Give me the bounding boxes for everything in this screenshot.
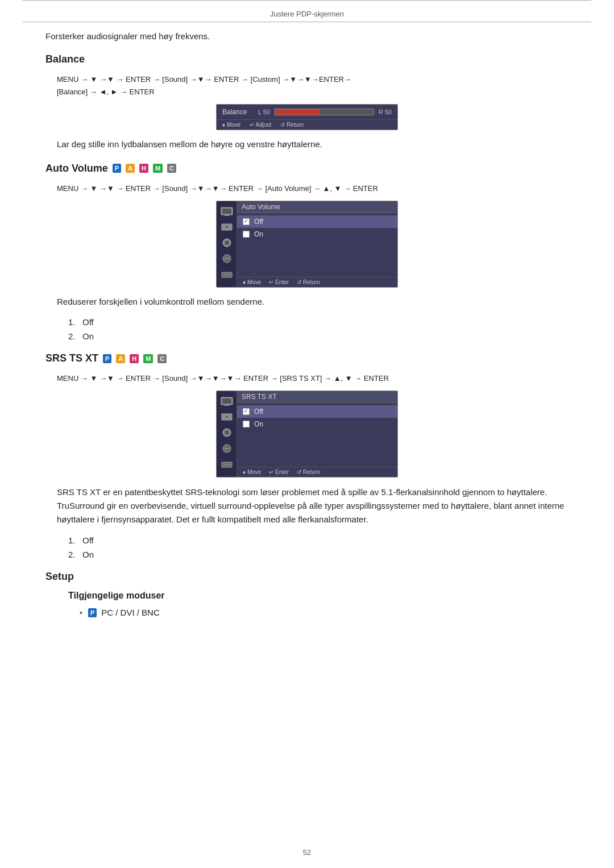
balance-ui-label: Balance	[222, 108, 254, 116]
auto-volume-list: 1. Off 2. On	[68, 317, 569, 341]
setup-bullet-text: PC / DVI / BNC	[101, 608, 160, 617]
setup-section: Setup Tilgjengelige moduser • P PC / DVI…	[45, 571, 569, 617]
auto-volume-sidebar	[217, 201, 237, 287]
auto-volume-item-2: 2. On	[68, 331, 569, 341]
auto-volume-off-checkbox	[243, 218, 250, 225]
badge-m-srs: M	[143, 354, 153, 363]
content-area: Forsterker audiosignaler med høy frekven…	[45, 31, 569, 617]
balance-title: Balance	[45, 53, 85, 65]
badge-a-auto: A	[126, 164, 135, 173]
srs-item-2: 2. On	[68, 550, 569, 559]
srs-off-checkbox	[243, 408, 250, 415]
auto-volume-main: Auto Volume Off On ♦ Mo	[237, 201, 397, 287]
header-title: Justere PDP-skjermen	[23, 10, 591, 22]
auto-volume-on-label: On	[254, 230, 263, 238]
settings-icon	[221, 222, 233, 232]
balance-footer-return: ↺ Return	[280, 122, 304, 128]
svg-point-6	[225, 240, 229, 245]
badge-c-srs: C	[157, 354, 167, 363]
av-footer-move: ♦ Move	[243, 279, 261, 285]
balance-section: Balance MENU → ▼ →▼ → ENTER → [Sound] →▼…	[45, 53, 569, 151]
rect-icon-auto	[221, 269, 233, 280]
srs-on-row: On	[237, 418, 397, 430]
balance-menu-path: MENU → ▼ →▼ → ENTER → [Sound] →▼→ ENTER …	[57, 73, 569, 98]
auto-volume-on-checkbox	[243, 231, 250, 238]
badge-p-auto: P	[113, 164, 121, 173]
balance-r-label: R 50	[379, 109, 392, 115]
balance-bar-fill	[275, 109, 320, 115]
auto-volume-footer: ♦ Move ↵ Enter ↺ Return	[237, 277, 397, 287]
srs-title-bar: SRS TS XT	[237, 391, 397, 403]
circle-icon2	[221, 254, 233, 264]
srs-settings-icon	[221, 412, 233, 422]
srs-on-label: On	[254, 420, 263, 428]
balance-heading: Balance	[45, 53, 569, 65]
srs-sidebar	[217, 391, 237, 477]
srs-rect-icon	[221, 459, 233, 470]
srs-footer: ♦ Move ↵ Enter ↺ Return	[237, 467, 397, 477]
srs-footer-return: ↺ Return	[297, 469, 320, 475]
svg-rect-2	[222, 209, 231, 214]
srs-on-checkbox	[243, 421, 250, 427]
srs-main: SRS TS XT Off On ♦ Move	[237, 391, 397, 477]
svg-rect-1	[225, 215, 229, 216]
srs-off-label: Off	[254, 408, 263, 416]
setup-sub-heading: Tilgjengelige moduser	[68, 591, 569, 601]
srs-section: SRS TS XT P A H M C MENU → ▼ →▼ → ENTER …	[45, 352, 569, 559]
srs-tv-icon	[221, 396, 233, 406]
srs-list: 1. Off 2. On	[68, 535, 569, 559]
srs-off-row: Off	[237, 405, 397, 418]
auto-volume-heading: Auto Volume P A H M C	[45, 163, 569, 175]
page-number: 52	[303, 848, 311, 857]
balance-ui-box: Balance L 50 R 50 ♦ Move ↵ Adjust ↺ Retu…	[216, 104, 398, 130]
balance-footer-adjust: ↵ Adjust	[250, 122, 271, 128]
auto-volume-options: Off On	[237, 213, 397, 243]
badge-h-auto: H	[139, 164, 148, 173]
srs-options: Off On	[237, 403, 397, 433]
svg-point-15	[225, 415, 229, 418]
auto-volume-item-1: 1. Off	[68, 317, 569, 327]
av-footer-enter: ↵ Enter	[269, 279, 289, 285]
badge-c-auto: C	[167, 164, 176, 173]
auto-volume-on-row: On	[237, 228, 397, 240]
balance-footer-move: ♦ Move	[222, 122, 240, 128]
setup-badge-p: P	[88, 608, 97, 617]
page-footer: 52	[0, 848, 614, 857]
setup-bullet-item: • P PC / DVI / BNC	[80, 608, 569, 617]
auto-volume-ui-box: Auto Volume Off On ♦ Mo	[216, 201, 398, 288]
badge-h-srs: H	[130, 354, 139, 363]
auto-volume-title-bar: Auto Volume	[237, 201, 397, 213]
srs-ui-box: SRS TS XT Off On ♦ Move	[216, 391, 398, 477]
setup-heading: Setup	[45, 571, 569, 583]
balance-bar	[275, 109, 374, 115]
page-container: Justere PDP-skjermen Forsterker audiosig…	[0, 0, 614, 868]
srs-circle-icon1	[221, 427, 233, 438]
srs-item-1: 1. Off	[68, 535, 569, 545]
auto-volume-off-row: Off	[237, 215, 397, 228]
srs-circle-icon2	[221, 443, 233, 454]
auto-volume-title: Auto Volume	[45, 163, 108, 175]
balance-desc: Lar deg stille inn lydbalansen mellom de…	[57, 138, 569, 151]
balance-path-line1: MENU → ▼ →▼ → ENTER → [Sound] →▼→ ENTER …	[57, 75, 351, 84]
svg-point-17	[225, 430, 229, 435]
auto-volume-menu-path: MENU → ▼ →▼ → ENTER → [Sound] →▼→▼→ ENTE…	[57, 182, 569, 195]
balance-l-label: L 50	[258, 109, 270, 115]
balance-ui-row: Balance L 50 R 50	[217, 105, 397, 119]
bullet-dot: •	[80, 608, 82, 617]
auto-volume-off-label: Off	[254, 218, 263, 226]
auto-volume-desc: Reduserer forskjellen i volumkontroll me…	[57, 296, 569, 309]
srs-long-desc: SRS TS XT er en patentbeskyttet SRS-tekn…	[57, 485, 569, 526]
svg-rect-13	[222, 398, 231, 404]
srs-spacer	[237, 433, 397, 467]
srs-footer-move: ♦ Move	[243, 469, 261, 475]
svg-rect-12	[225, 405, 229, 406]
auto-volume-spacer	[237, 243, 397, 277]
badge-a-srs: A	[116, 354, 125, 363]
badge-m-auto: M	[153, 164, 163, 173]
svg-point-4	[225, 225, 229, 229]
circle-icon1	[221, 238, 233, 248]
intro-text: Forsterker audiosignaler med høy frekven…	[45, 31, 569, 41]
srs-footer-enter: ↵ Enter	[269, 469, 289, 475]
balance-path-line2: [Balance] → ◄, ► → ENTER	[57, 88, 155, 96]
top-border	[23, 0, 591, 5]
